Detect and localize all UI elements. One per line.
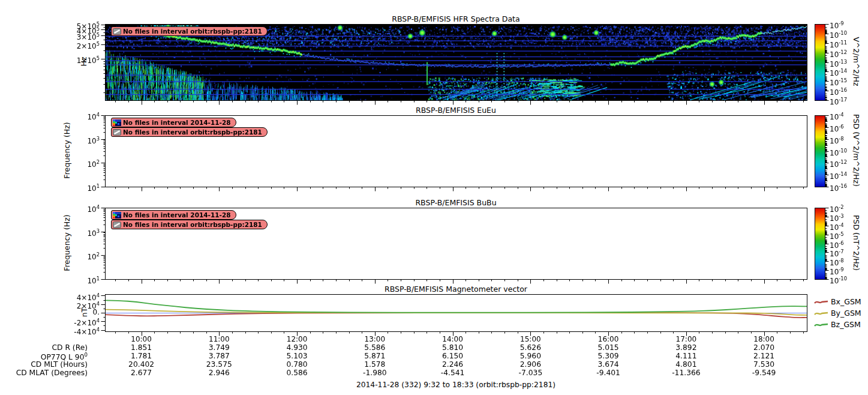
yaxis-label-freq-euEu: Frequency (Hz) (62, 115, 71, 186)
table-cell: 1.781 (109, 352, 175, 360)
table-cell: 3.749 (186, 343, 252, 352)
table-cell: 23.575 (186, 360, 252, 369)
table-cell: -9.549 (731, 369, 797, 377)
table-cell: 2.677 (109, 369, 175, 377)
table-cell: 5.015 (575, 343, 641, 352)
colorbar-tick-label: 10-16 (830, 182, 860, 193)
warning-text: No files in interval 2014-11-28 (123, 119, 231, 126)
table-cell: 1.851 (109, 343, 175, 352)
ytick-label: 0. (51, 308, 100, 317)
table-cell: 2.246 (420, 360, 486, 369)
time-range-footer: 2014-11-28 (332) 9:32 to 18:33 (orbit:rb… (105, 381, 807, 389)
time-tick-label: 16:00 (587, 335, 629, 344)
ytick-label: 2×105 (51, 40, 100, 51)
time-tick-label: 12:00 (276, 335, 318, 344)
warning-text: No files in interval orbit:rbspb-pp:2181 (123, 28, 262, 35)
no-data-icon (113, 222, 121, 228)
table-cell: 3.892 (653, 343, 719, 352)
table-cell: 2.906 (497, 360, 563, 369)
time-tick-label: 15:00 (509, 335, 551, 344)
legend-entry-by[interactable]: By_GSM (814, 309, 861, 318)
warning-text: No files in interval orbit:rbspb-pp:2181 (123, 128, 262, 136)
table-cell: 5.871 (342, 352, 408, 360)
table-cell: 4.111 (653, 352, 719, 360)
table-cell: -1.980 (342, 369, 408, 377)
table-cell: 3.674 (575, 360, 641, 369)
legend-label: Bx_GSM (831, 297, 861, 306)
table-cell: -9.401 (575, 369, 641, 377)
colorbar-tick-label: 10-10 (830, 274, 860, 286)
table-cell: 7.530 (731, 360, 797, 369)
colorbar-tick-label: 10-6 (830, 122, 860, 134)
panel-title-hfr: RBSP-B/EMFISIS HFR Spectra Data (105, 14, 807, 23)
spectrum-icon (113, 119, 121, 126)
table-cell: 5.309 (575, 352, 641, 360)
ytick-label: 102 (51, 250, 100, 262)
magnetometer-plot[interactable] (105, 294, 807, 331)
warning-text: No files in interval orbit:rbspb-pp:2181 (123, 221, 262, 228)
time-tick-label: 11:00 (198, 335, 240, 344)
panel-title-euEu: RBSP-B/EMFISIS EuEu (105, 106, 807, 115)
table-cell: -11.366 (653, 369, 719, 377)
colorbar-tick-label: 10-4 (830, 110, 860, 122)
table-row-label: CD MLT (Hours) (0, 360, 88, 369)
time-tick-label: 10:00 (121, 335, 163, 344)
warning-buBu-date[interactable]: No files in interval 2014-11-28 (111, 210, 236, 220)
table-cell: 1.578 (342, 360, 408, 369)
ytick-label: 104 (51, 110, 100, 122)
table-cell: 3.787 (186, 352, 252, 360)
figure: RBSP-B/EMFISIS HFR Spectra Data RBSP-B/E… (0, 0, 868, 395)
warning-buBu-orbit[interactable]: No files in interval orbit:rbspb-pp:2181 (111, 220, 268, 229)
legend-entry-bx[interactable]: Bx_GSM (814, 297, 861, 306)
panel-title-buBu: RBSP-B/EMFISIS BuBu (105, 198, 807, 207)
ytick-label: 103 (51, 134, 100, 146)
legend-label: By_GSM (831, 309, 861, 318)
table-cell: 5.810 (420, 343, 486, 352)
ytick-label: 103 (51, 227, 100, 238)
no-data-icon (113, 129, 121, 136)
panel-title-mag: RBSP-B/EMFISIS Magnetometer vector (105, 285, 807, 294)
time-tick-label: 13:00 (354, 335, 396, 344)
table-cell: 20.402 (109, 360, 175, 369)
colorbar-tick-label: 10-10 (830, 146, 860, 158)
table-cell: 4.801 (653, 360, 719, 369)
table-cell: 5.626 (497, 343, 563, 352)
warning-hfr-no-files[interactable]: No files in interval orbit:rbspb-pp:2181 (111, 26, 268, 36)
table-row-label: CD R (Re) (0, 343, 88, 352)
table-cell: 5.586 (342, 343, 408, 352)
colorbar-tick-label: 10-8 (830, 134, 860, 146)
spectrum-icon (113, 212, 121, 219)
ytick-label: -4×104 (51, 325, 100, 337)
warning-text: No files in interval 2014-11-28 (123, 211, 231, 219)
table-cell: 0.780 (264, 360, 330, 369)
ytick-label: 101 (51, 274, 100, 286)
table-row-label: CD MLAT (Degrees) (0, 369, 88, 377)
table-cell: -4.541 (420, 369, 486, 377)
table-cell: 0.586 (264, 369, 330, 377)
by-line-swatch (814, 310, 828, 316)
table-cell: 5.103 (264, 352, 330, 360)
table-cell: 4.930 (264, 343, 330, 352)
time-tick-label: 18:00 (743, 335, 785, 344)
warning-euEu-date[interactable]: No files in interval 2014-11-28 (111, 118, 236, 127)
time-tick-label: 14:00 (432, 335, 474, 344)
bz-line-swatch (814, 322, 828, 328)
colorbar-tick-label: 10-17 (830, 95, 860, 107)
table-cell: 5.960 (497, 352, 563, 360)
table-cell: 6.150 (420, 352, 486, 360)
table-cell: -7.035 (497, 369, 563, 377)
yaxis-label-freq-buBu: Frequency (Hz) (62, 207, 71, 279)
colorbar-tick-label: 10-12 (830, 158, 860, 169)
ytick-label: 101 (51, 182, 100, 193)
table-cell: 2.121 (731, 352, 797, 360)
bx-line-swatch (814, 299, 828, 305)
time-tick-label: 17:00 (665, 335, 707, 344)
ytick-label: 102 (51, 158, 100, 169)
legend-entry-bz[interactable]: Bz_GSM (814, 320, 861, 329)
ytick-label: 104 (51, 203, 100, 214)
ytick-label: 1×105 (51, 54, 100, 65)
table-cell: 2.946 (186, 369, 252, 377)
table-cell: 2.070 (731, 343, 797, 352)
warning-euEu-orbit[interactable]: No files in interval orbit:rbspb-pp:2181 (111, 127, 268, 137)
colorbar-tick-label: 10-14 (830, 170, 860, 181)
